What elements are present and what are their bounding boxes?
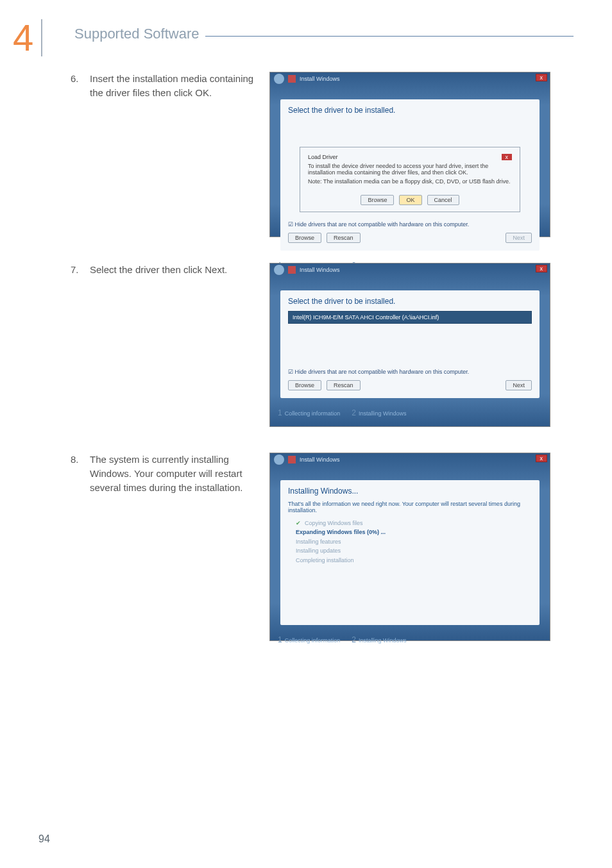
window-title-6: Install Windows [300, 76, 340, 82]
section-title: Supported Software [74, 26, 199, 42]
window-titlebar-7: Install Windows x [270, 263, 550, 276]
progress-list: Copying Windows files Expanding Windows … [296, 519, 532, 565]
installing-title: Installing Windows... [288, 487, 532, 496]
rescan-button-6[interactable]: Rescan [327, 233, 361, 243]
rescan-button-7[interactable]: Rescan [327, 380, 361, 390]
installing-subtitle: That's all the information we need right… [288, 501, 532, 513]
popup-close-icon[interactable]: x [502, 154, 513, 160]
step-8: 8. The system is currently installing Wi… [71, 453, 574, 641]
screenshot-step-8: Install Windows x Installing Windows... … [269, 453, 550, 641]
screenshot-step-6: Install Windows x Select the driver to b… [269, 72, 550, 237]
step-8-number: 8. [71, 453, 82, 494]
step-6-body: Insert the installation media containing… [90, 72, 257, 100]
panel-title-6: Select the driver to be installed. [288, 106, 532, 115]
wizard-footer-7: 1Collecting information 2Installing Wind… [270, 406, 550, 421]
main-panel-8: Installing Windows... That's all the inf… [280, 480, 540, 625]
progress-updates: Installing updates [296, 546, 532, 555]
main-panel-6: Select the driver to be installed. Load … [280, 99, 540, 251]
progress-copying: Copying Windows files [296, 519, 532, 528]
step-7-body: Select the driver then click Next. [90, 263, 257, 277]
close-icon[interactable]: x [536, 74, 548, 81]
progress-expanding: Expanding Windows files (0%) ... [296, 528, 532, 537]
popup-line1: To install the device driver needed to a… [308, 163, 512, 176]
step-6: 6. Insert the installation media contain… [71, 72, 574, 237]
step-6-number: 6. [71, 72, 82, 100]
browse-button-6[interactable]: Browse [288, 233, 321, 243]
section-header: Supported Software [74, 26, 574, 42]
hide-drivers-checkbox-6[interactable]: ☑ Hide drivers that are not compatible w… [288, 221, 532, 228]
popup-cancel-button[interactable]: Cancel [427, 195, 459, 205]
next-button-7[interactable]: Next [506, 380, 532, 390]
step-8-text: 8. The system is currently installing Wi… [71, 453, 257, 494]
main-panel-7: Select the driver to be installed. Intel… [280, 290, 540, 398]
close-icon[interactable]: x [536, 455, 548, 462]
section-divider [205, 36, 574, 37]
window-title-7: Install Windows [300, 267, 340, 273]
back-icon [274, 265, 284, 275]
hide-drivers-checkbox-7[interactable]: ☑ Hide drivers that are not compatible w… [288, 369, 532, 375]
popup-browse-button[interactable]: Browse [361, 195, 394, 205]
progress-features: Installing features [296, 537, 532, 546]
window-title-8: Install Windows [300, 456, 340, 463]
step-8-body: The system is currently installing Windo… [90, 453, 257, 494]
app-icon [288, 75, 296, 83]
popup-title: Load Driver [308, 154, 338, 160]
step-7-number: 7. [71, 263, 82, 277]
browse-button-7[interactable]: Browse [288, 380, 321, 390]
footer-step2-8: Installing Windows [359, 637, 407, 644]
step-7-text: 7. Select the driver then click Next. [71, 263, 257, 277]
popup-ok-button[interactable]: OK [399, 195, 421, 205]
footer-step1-7: Collecting information [285, 410, 341, 417]
chapter-number: 4 [13, 19, 42, 56]
screenshot-step-7: Install Windows x Select the driver to b… [269, 263, 550, 427]
back-icon [274, 74, 284, 84]
step-7: 7. Select the driver then click Next. In… [71, 263, 574, 427]
window-titlebar-6: Install Windows x [270, 72, 550, 85]
next-button-6: Next [506, 233, 532, 243]
popup-line2: Note: The installation media can be a fl… [308, 178, 512, 185]
driver-list-item[interactable]: Intel(R) ICH9M-E/M SATA AHCI Controller … [288, 311, 532, 324]
step-6-text: 6. Insert the installation media contain… [71, 72, 257, 100]
back-icon [274, 455, 284, 465]
close-icon[interactable]: x [536, 265, 548, 272]
progress-completing: Completing installation [296, 556, 532, 565]
panel-title-7: Select the driver to be installed. [288, 297, 532, 306]
load-driver-popup: Load Driver x To install the device driv… [300, 147, 520, 212]
window-titlebar-8: Install Windows x [270, 453, 550, 466]
page-number: 94 [38, 833, 50, 845]
footer-step2-7: Installing Windows [359, 410, 407, 417]
app-icon [288, 266, 296, 274]
app-icon [288, 456, 296, 463]
footer-step1-8: Collecting information [285, 637, 341, 644]
wizard-footer-8: 1Collecting information 2Installing Wind… [270, 633, 550, 648]
